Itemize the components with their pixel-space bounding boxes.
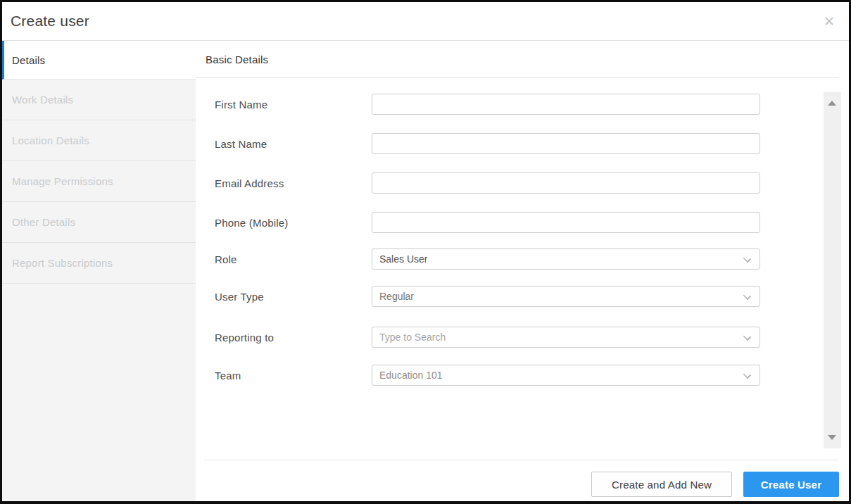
chevron-down-icon <box>743 292 751 300</box>
create-user-modal: Create user ✕ Details Work Details Locat… <box>0 0 851 504</box>
scroll-up-icon[interactable] <box>828 101 836 106</box>
user-type-select[interactable]: Regular <box>372 286 760 307</box>
sidebar: Details Work Details Location Details Ma… <box>2 41 196 501</box>
sidebar-item-manage-permissions[interactable]: Manage Permissions <box>2 161 196 202</box>
reporting-to-placeholder: Type to Search <box>379 332 446 343</box>
scrollbar[interactable] <box>824 92 841 448</box>
page-title: Create user <box>11 13 89 30</box>
section-title: Basic Details <box>206 53 268 65</box>
sidebar-item-label: Other Details <box>12 216 75 228</box>
footer-divider <box>204 460 838 460</box>
sidebar-item-label: Work Details <box>12 94 73 106</box>
chevron-down-icon <box>743 255 751 263</box>
sidebar-item-label: Manage Permissions <box>12 175 113 187</box>
sidebar-item-report-subscriptions[interactable]: Report Subscriptions <box>2 243 196 284</box>
role-select[interactable]: Sales User <box>372 248 760 270</box>
role-label: Role <box>215 253 366 265</box>
role-select-value: Sales User <box>379 253 427 265</box>
user-type-label: User Type <box>215 291 366 303</box>
sidebar-item-label: Location Details <box>12 134 89 146</box>
create-and-add-new-button[interactable]: Create and Add New <box>591 472 732 497</box>
sidebar-item-work-details[interactable]: Work Details <box>2 80 196 120</box>
modal-body: Details Work Details Location Details Ma… <box>2 41 849 501</box>
sidebar-item-label: Details <box>12 54 45 66</box>
chevron-down-icon <box>743 333 751 341</box>
sidebar-item-details[interactable]: Details <box>2 41 196 80</box>
phone-label: Phone (Mobile) <box>215 217 366 229</box>
section-header: Basic Details <box>196 41 839 78</box>
sidebar-item-other-details[interactable]: Other Details <box>2 202 196 243</box>
first-name-input[interactable] <box>372 94 760 115</box>
team-select[interactable]: Education 101 <box>372 365 760 386</box>
sidebar-item-label: Report Subscriptions <box>12 257 113 269</box>
reporting-to-select[interactable]: Type to Search <box>372 327 760 348</box>
phone-mobile-input[interactable] <box>372 212 760 233</box>
team-label: Team <box>215 370 366 382</box>
create-user-button[interactable]: Create User <box>743 472 839 497</box>
email-field[interactable] <box>372 172 760 194</box>
modal-header: Create user ✕ <box>2 2 849 41</box>
reporting-to-label: Reporting to <box>215 332 366 344</box>
email-label: Email Address <box>215 177 366 189</box>
main-panel: Basic Details First Name Last Name Email… <box>196 41 849 501</box>
sidebar-item-location-details[interactable]: Location Details <box>2 120 196 161</box>
first-name-label: First Name <box>215 99 366 111</box>
user-type-select-value: Regular <box>379 291 414 302</box>
chevron-down-icon <box>743 371 751 379</box>
last-name-input[interactable] <box>372 133 760 154</box>
scroll-down-icon[interactable] <box>828 435 836 440</box>
last-name-label: Last Name <box>215 138 366 150</box>
close-icon[interactable]: ✕ <box>824 15 835 28</box>
team-select-value: Education 101 <box>379 370 443 381</box>
